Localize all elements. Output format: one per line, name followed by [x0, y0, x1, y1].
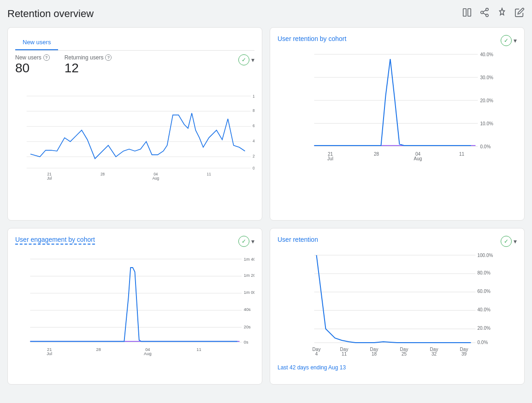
user-engagement-cohort-card: User engagement by cohort ✓ ▾ 0s	[7, 228, 262, 385]
svg-text:30.0%: 30.0%	[480, 75, 493, 80]
svg-text:39: 39	[461, 351, 467, 356]
dropdown-button-2[interactable]: ▾	[514, 37, 517, 44]
retention-footer: Last 42 days ending Aug 13	[278, 364, 517, 371]
new-users-label: New users ?	[15, 54, 50, 61]
retention-title: User retention	[278, 236, 318, 243]
returning-users-value: 12	[65, 61, 112, 76]
users-chart: 0 2 4 6 8 10 21 Jul 28 04 Aug 11	[15, 83, 254, 190]
svg-point-3	[481, 11, 484, 14]
svg-text:Jul: Jul	[47, 176, 52, 181]
svg-text:11: 11	[342, 351, 347, 356]
svg-text:11: 11	[196, 347, 201, 352]
svg-text:6: 6	[253, 124, 254, 128]
bottom-left-card-actions: ✓ ▾	[238, 236, 254, 247]
svg-text:10: 10	[253, 94, 254, 99]
svg-text:0: 0	[253, 166, 254, 170]
tab-bar: New users	[15, 35, 254, 51]
new-users-metric: New users ? 80	[15, 54, 50, 76]
svg-text:0.0%: 0.0%	[480, 144, 491, 149]
engagement-chart: 0s 20s 40s 1m 00s 1m 20s 1m 40s 21 Jul 2…	[15, 251, 254, 367]
engagement-cohort-title: User engagement by cohort	[15, 236, 95, 245]
user-retention-card: User retention ✓ ▾ 0.0% 20.0%	[270, 228, 525, 385]
svg-text:Aug: Aug	[152, 176, 159, 181]
svg-rect-0	[463, 9, 466, 17]
svg-text:40s: 40s	[244, 307, 251, 312]
svg-text:100.0%: 100.0%	[478, 253, 493, 258]
returning-users-label: Returning users ?	[65, 54, 112, 61]
svg-text:40.0%: 40.0%	[480, 52, 493, 57]
svg-text:18: 18	[372, 351, 377, 356]
svg-text:11: 11	[459, 152, 465, 157]
svg-text:Aug: Aug	[144, 351, 151, 356]
checkmark-button-2[interactable]: ✓	[501, 35, 512, 46]
dropdown-button[interactable]: ▾	[251, 56, 254, 64]
top-left-card-actions: ✓ ▾	[238, 54, 254, 65]
svg-text:28: 28	[96, 347, 101, 352]
new-users-value: 80	[15, 61, 50, 76]
svg-text:80.0%: 80.0%	[478, 270, 491, 275]
top-row: New users New users ? 80 Returning users	[7, 27, 525, 221]
page-header: Retention overview	[7, 7, 525, 20]
new-users-info-icon[interactable]: ?	[43, 54, 50, 61]
svg-text:28: 28	[100, 173, 105, 177]
svg-text:Jul: Jul	[327, 156, 333, 161]
checkmark-button-3[interactable]: ✓	[238, 236, 249, 247]
svg-text:40.0%: 40.0%	[478, 307, 491, 312]
svg-text:28: 28	[374, 152, 379, 157]
svg-text:1m 40s: 1m 40s	[244, 257, 254, 262]
svg-line-6	[483, 10, 486, 12]
top-right-card-actions: ✓ ▾	[501, 35, 517, 46]
svg-text:10.0%: 10.0%	[480, 121, 493, 126]
svg-text:20.0%: 20.0%	[480, 98, 493, 103]
retention-cohort-chart: 0.0% 10.0% 20.0% 30.0% 40.0% 21 Jul 28 0…	[278, 50, 517, 171]
svg-text:Jul: Jul	[47, 351, 52, 356]
page-title: Retention overview	[7, 8, 94, 20]
returning-users-metric: Returning users ? 12	[65, 54, 112, 76]
svg-text:20.0%: 20.0%	[478, 326, 491, 331]
svg-text:32: 32	[432, 351, 437, 356]
dropdown-button-4[interactable]: ▾	[514, 238, 517, 245]
returning-users-info-icon[interactable]: ?	[105, 54, 112, 61]
metrics-row: New users ? 80 Returning users ? 12	[15, 54, 112, 76]
svg-point-2	[486, 8, 489, 11]
header-actions	[462, 7, 525, 20]
svg-text:11: 11	[207, 173, 212, 177]
svg-text:25: 25	[402, 351, 407, 356]
user-retention-cohort-card: User retention by cohort ✓ ▾ 0.0% 10.0%	[270, 27, 525, 221]
svg-line-5	[483, 13, 486, 15]
svg-text:Aug: Aug	[414, 156, 422, 161]
checkmark-button[interactable]: ✓	[238, 54, 249, 65]
svg-point-4	[486, 14, 489, 17]
svg-text:0s: 0s	[244, 340, 248, 345]
retention-cohort-title: User retention by cohort	[278, 35, 346, 42]
svg-text:4: 4	[315, 351, 318, 356]
svg-text:1m 20s: 1m 20s	[244, 273, 254, 278]
edit-icon[interactable]	[514, 7, 525, 20]
pin-icon[interactable]	[497, 7, 507, 20]
svg-text:4: 4	[253, 139, 254, 143]
dropdown-button-3[interactable]: ▾	[251, 238, 254, 245]
svg-rect-1	[468, 9, 471, 17]
svg-text:20s: 20s	[244, 325, 251, 329]
share-icon[interactable]	[479, 7, 490, 20]
retention-chart: 0.0% 20.0% 40.0% 60.0% 80.0% 100.0% Day …	[278, 251, 517, 362]
tab-new-users[interactable]: New users	[15, 35, 58, 50]
svg-text:0.0%: 0.0%	[478, 340, 488, 345]
checkmark-button-4[interactable]: ✓	[501, 236, 512, 247]
users-overview-card: New users New users ? 80 Returning users	[7, 27, 262, 221]
compare-icon[interactable]	[462, 7, 472, 20]
bottom-right-card-actions: ✓ ▾	[501, 236, 517, 247]
bottom-row: User engagement by cohort ✓ ▾ 0s	[7, 228, 525, 385]
svg-text:1m 00s: 1m 00s	[244, 290, 254, 295]
svg-text:8: 8	[253, 109, 254, 113]
svg-text:60.0%: 60.0%	[478, 289, 491, 294]
svg-text:2: 2	[253, 154, 254, 158]
